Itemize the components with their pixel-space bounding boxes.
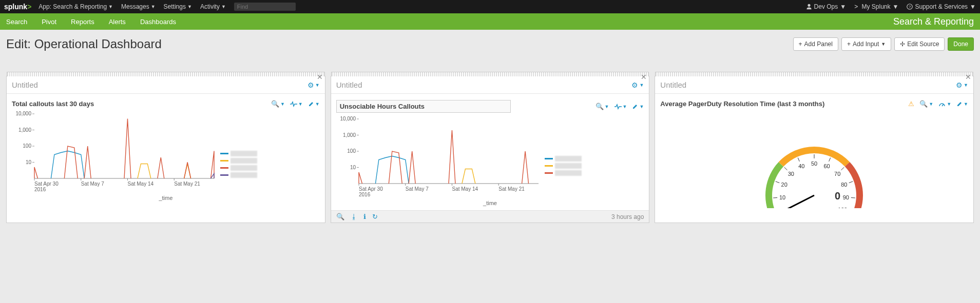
search-icon[interactable]: 🔍▼ [271,100,285,108]
help-icon: ? [907,4,913,10]
search-icon[interactable]: 🔍▼ [595,103,609,110]
svg-text:10,000: 10,000 [340,116,356,122]
pulse-icon[interactable]: ▼ [614,103,627,110]
download-icon[interactable]: ⭳ [351,213,357,220]
close-icon[interactable]: ✕ [641,73,647,81]
drag-handle[interactable] [7,72,325,76]
user-icon [806,4,812,10]
search-small-icon[interactable]: 🔍 [336,213,344,220]
panel-2: ✕ Untitled ⚙▼ 🔍▼ ▼ ▼ 1 [331,76,650,223]
svg-text:Sat May 7: Sat May 7 [81,181,104,187]
gear-icon[interactable]: ⚙▼ [631,81,644,89]
svg-text:Sat May 21: Sat May 21 [174,181,200,187]
svg-text:40: 40 [798,163,804,169]
nav-alerts[interactable]: Alerts [109,18,126,26]
chart-title-input[interactable] [336,100,511,113]
app-title: Search & Reporting [893,16,974,27]
svg-line-49 [829,158,831,161]
nav-pivot[interactable]: Pivot [42,18,56,26]
refresh-icon[interactable]: ↻ [372,213,378,220]
chevron-down-icon: ▼ [315,83,320,88]
done-button[interactable]: Done [948,37,974,51]
chevron-down-icon: ▼ [108,4,113,9]
chevron-down-icon: ▼ [840,3,846,10]
chevron-down-icon: ▼ [151,4,156,9]
svg-text:80: 80 [841,181,847,188]
chevron-down-icon: ▼ [187,4,192,9]
svg-text:?: ? [909,5,911,9]
svg-text:50: 50 [811,160,817,167]
svg-text:10: 10 [779,194,785,200]
svg-text:Sat May 14: Sat May 14 [127,181,153,187]
svg-text:20: 20 [781,181,787,188]
drag-handle[interactable] [331,72,649,76]
warning-icon[interactable]: ⚠ [908,100,914,108]
edit-header: Edit: Operational Dashboard + Add Panel … [0,30,980,55]
panel-1: ✕ Untitled ⚙▼ Total callouts last 30 day… [6,76,325,223]
activity-menu[interactable]: Activity▼ [200,3,226,10]
info-icon[interactable]: ℹ [363,213,366,220]
user-menu[interactable]: Dev Ops▼ [806,3,847,10]
splunk-logo[interactable]: splunk> [4,3,31,11]
svg-line-59 [782,195,814,208]
close-icon[interactable]: ✕ [317,73,323,81]
support-menu[interactable]: ? Support & Services▼ [907,3,976,10]
nav-reports[interactable]: Reports [71,18,94,26]
chevron-down-icon: ▼ [639,83,644,88]
svg-text:60: 60 [824,163,830,169]
edit-source-button[interactable]: ✢ Edit Source [894,37,945,51]
svg-text:Sat May 14: Sat May 14 [452,186,478,192]
search-icon[interactable]: 🔍▼ [919,100,933,108]
messages-menu[interactable]: Messages▼ [121,3,156,10]
svg-text:100: 100 [23,143,31,149]
svg-text:100: 100 [347,148,356,154]
svg-text:10,000: 10,000 [15,111,31,116]
x-axis-label: _time [336,200,644,206]
add-input-button[interactable]: + Add Input ▼ [841,37,891,51]
svg-text:10: 10 [26,159,32,165]
svg-text:Sat May 21: Sat May 21 [498,186,525,192]
gear-icon[interactable]: ⚙▼ [956,81,968,89]
add-panel-button[interactable]: + Add Panel [793,37,838,51]
svg-text:0: 0 [835,190,840,201]
legend [220,151,257,193]
chevron-down-icon: ▼ [970,3,976,10]
brush-icon[interactable]: ▼ [308,100,320,108]
svg-text:2016: 2016 [359,192,371,197]
chevron-down-icon: ▼ [893,3,899,10]
svg-text:100: 100 [838,207,847,208]
svg-line-41 [776,181,780,183]
nav-dashboards[interactable]: Dashboards [140,18,176,26]
find-input[interactable] [234,3,296,11]
svg-line-51 [841,167,844,170]
chart-title[interactable]: Total callouts last 30 days [12,100,94,108]
svg-text:10: 10 [350,165,356,170]
brush-icon[interactable]: ▼ [956,100,968,108]
svg-line-45 [798,158,799,161]
close-icon[interactable]: ✕ [965,73,971,81]
pulse-icon[interactable]: ▼ [290,100,303,108]
my-splunk-menu[interactable]: > My Splunk▼ [854,3,898,10]
settings-menu[interactable]: Settings▼ [164,3,192,10]
line-chart: 101001,00010,000Sat Apr 302016Sat May 7S… [336,116,542,198]
chart-title[interactable]: Average PagerDuty Resolution Time (last … [660,100,824,108]
app-menu[interactable]: App: Search & Reporting▼ [39,3,113,10]
green-nav: Search Pivot Reports Alerts Dashboards S… [0,13,980,30]
svg-text:1,000: 1,000 [18,127,31,133]
panel-title[interactable]: Untitled [660,80,686,89]
panel-title[interactable]: Untitled [12,80,38,89]
svg-text:2016: 2016 [34,187,46,192]
top-bar: splunk> App: Search & Reporting▼ Message… [0,0,980,13]
gauge-icon[interactable]: ▼ [938,100,951,108]
svg-text:90: 90 [843,194,849,200]
svg-line-38 [942,104,944,106]
panel-title[interactable]: Untitled [336,80,362,89]
svg-line-39 [773,198,777,198]
brush-icon[interactable]: ▼ [632,103,644,110]
panels-row: ✕ Untitled ⚙▼ Total callouts last 30 day… [0,55,980,229]
footer-time: 3 hours ago [611,213,644,220]
gear-icon[interactable]: ⚙▼ [308,81,320,89]
drag-handle[interactable] [655,72,973,76]
line-chart: 101001,00010,000Sat Apr 302016Sat May 7S… [12,111,217,193]
nav-search[interactable]: Search [6,18,27,26]
